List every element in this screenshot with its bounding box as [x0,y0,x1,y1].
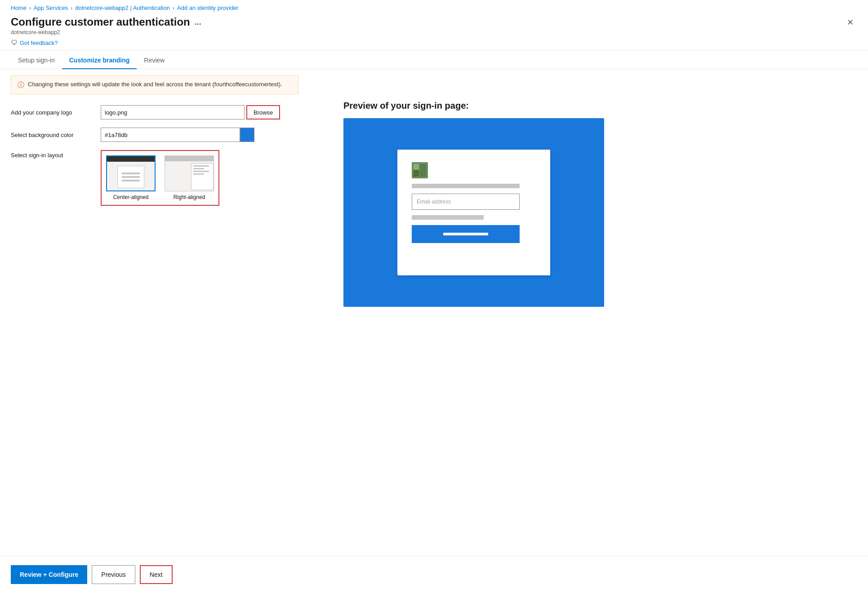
tab-customize-branding[interactable]: Customize branding [62,52,137,69]
svg-rect-2 [414,170,419,177]
preview-email-placeholder: Email address [417,199,451,205]
breadcrumb-sep-2: › [71,5,72,11]
footer: Review + Configure Previous Next [0,556,868,593]
tabs-bar: Setup sign-in Customize branding Review [0,52,868,69]
thumb-right-line-3 [193,171,209,172]
logo-input[interactable] [101,105,245,119]
page-wrapper: Home › App Services › dotnetcore-webapp2… [0,0,868,593]
left-panel: Add your company logo Browse Select back… [11,101,316,431]
main-content: Add your company logo Browse Select back… [0,101,868,431]
bgcolor-row: Select background color [11,128,316,142]
preview-email-field: Email address [412,194,520,210]
info-banner-text: Changing these settings will update the … [28,80,282,89]
preview-placeholder-1 [412,184,520,188]
bgcolor-input[interactable] [101,128,240,142]
layout-option-right[interactable]: Right-aligned [163,154,216,202]
ellipsis-menu[interactable]: ... [195,18,201,27]
review-configure-button[interactable]: Review + Configure [11,565,87,584]
thumb-line-3 [122,180,140,181]
thumb-right-line-2 [193,168,204,169]
layout-options: Center-aligned [101,150,219,206]
preview-title: Preview of your sign-in page: [343,101,857,111]
right-panel: Preview of your sign-in page: [343,101,857,431]
page-header-left: Configure customer authentication ... do… [11,16,201,35]
thumb-right-line-1 [193,165,209,167]
preview-signin-button [412,225,520,243]
breadcrumb-sep-1: › [29,5,31,11]
page-header: Configure customer authentication ... do… [0,14,868,35]
thumb-line-2 [122,176,140,178]
thumb-card-right [191,163,214,190]
logo-row: Add your company logo Browse [11,105,316,119]
thumb-topbar-center [107,156,155,162]
layout-thumbnail-right [165,155,214,191]
logo-label: Add your company logo [11,109,101,116]
layout-row: Select sign-in layout [11,150,316,206]
bgcolor-control-group [101,128,254,142]
breadcrumb: Home › App Services › dotnetcore-webapp2… [0,0,868,14]
color-swatch[interactable] [240,128,254,142]
info-icon: ⓘ [18,81,24,89]
logo-control-group: Browse [101,105,280,119]
page-title: Configure customer authentication [11,16,190,28]
tab-review[interactable]: Review [137,52,172,69]
svg-rect-1 [414,164,419,169]
previous-button[interactable]: Previous [92,565,135,584]
layout-label: Select sign-in layout [11,150,101,159]
thumb-line-1 [122,173,140,174]
feedback-bar: 🗨 Got feedback? [0,35,868,50]
preview-container: Email address [343,118,604,307]
next-button[interactable]: Next [140,565,173,584]
close-button[interactable]: ✕ [843,16,857,29]
thumb-body-right [165,161,214,191]
spacer [0,431,868,556]
header-divider [0,50,868,50]
breadcrumb-auth[interactable]: dotnetcore-webapp2 | Authentication [75,4,170,11]
preview-placeholder-2 [412,215,484,220]
feedback-link[interactable]: Got feedback? [20,40,58,46]
thumb-right-line-4 [193,173,204,175]
tab-setup-signin[interactable]: Setup sign-in [11,52,62,69]
breadcrumb-add-identity[interactable]: Add an identity provider [177,4,239,11]
layout-center-label: Center-aligned [113,194,149,200]
breadcrumb-sep-3: › [173,5,174,11]
preview-btn-inner [443,233,488,235]
thumb-body-center [107,162,155,191]
browse-button[interactable]: Browse [246,105,280,119]
thumb-topbar-right [165,156,214,161]
page-title-row: Configure customer authentication ... [11,16,201,28]
preview-card: Email address [397,150,550,275]
feedback-icon: 🗨 [11,39,17,46]
preview-logo [412,162,428,178]
layout-right-label: Right-aligned [174,194,205,200]
bgcolor-label: Select background color [11,132,101,138]
page-subtitle: dotnetcore-webapp2 [11,29,201,35]
layout-option-center[interactable]: Center-aligned [104,154,157,202]
thumb-card-center [117,166,144,188]
breadcrumb-app-services[interactable]: App Services [34,4,68,11]
info-banner: ⓘ Changing these settings will update th… [11,75,298,94]
svg-rect-3 [420,164,426,177]
breadcrumb-home[interactable]: Home [11,4,27,11]
layout-thumbnail-center [106,155,156,191]
